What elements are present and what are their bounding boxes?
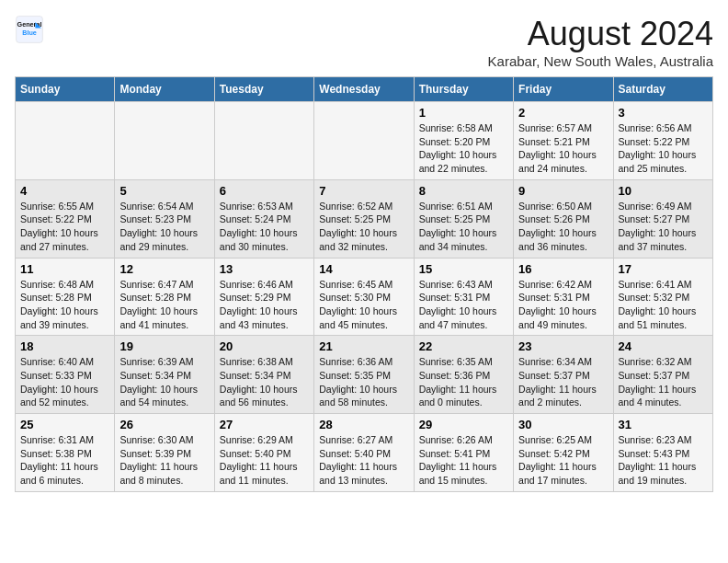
day-number: 31 bbox=[619, 418, 708, 431]
table-row: 13Sunrise: 6:46 AM Sunset: 5:29 PM Dayli… bbox=[214, 258, 313, 336]
calendar-table: SundayMondayTuesdayWednesdayThursdayFrid… bbox=[15, 76, 713, 492]
col-header-friday: Friday bbox=[514, 77, 613, 102]
day-number: 30 bbox=[518, 418, 608, 431]
day-number: 3 bbox=[619, 106, 708, 120]
day-info: Sunrise: 6:26 AM Sunset: 5:41 PM Dayligh… bbox=[419, 433, 508, 488]
day-info: Sunrise: 6:48 AM Sunset: 5:28 PM Dayligh… bbox=[20, 278, 109, 332]
day-info: Sunrise: 6:32 AM Sunset: 5:37 PM Dayligh… bbox=[619, 355, 708, 409]
svg-text:Blue: Blue bbox=[22, 29, 37, 37]
day-number: 4 bbox=[20, 184, 109, 198]
table-row bbox=[314, 102, 414, 180]
table-row: 29Sunrise: 6:26 AM Sunset: 5:41 PM Dayli… bbox=[414, 414, 513, 492]
table-row: 16Sunrise: 6:42 AM Sunset: 5:31 PM Dayli… bbox=[514, 258, 613, 336]
day-number: 6 bbox=[220, 184, 309, 198]
table-row: 23Sunrise: 6:34 AM Sunset: 5:37 PM Dayli… bbox=[514, 336, 613, 414]
title-block: August 2024 Karabar, New South Wales, Au… bbox=[488, 15, 713, 69]
day-number: 5 bbox=[119, 184, 209, 198]
table-row: 4Sunrise: 6:55 AM Sunset: 5:22 PM Daylig… bbox=[16, 179, 115, 258]
day-info: Sunrise: 6:55 AM Sunset: 5:22 PM Dayligh… bbox=[20, 200, 109, 254]
table-row: 15Sunrise: 6:43 AM Sunset: 5:31 PM Dayli… bbox=[414, 258, 513, 336]
table-row: 10Sunrise: 6:49 AM Sunset: 5:27 PM Dayli… bbox=[613, 179, 712, 258]
day-number: 2 bbox=[518, 106, 608, 120]
table-row: 7Sunrise: 6:52 AM Sunset: 5:25 PM Daylig… bbox=[314, 179, 414, 258]
day-info: Sunrise: 6:34 AM Sunset: 5:37 PM Dayligh… bbox=[518, 355, 608, 409]
table-row: 19Sunrise: 6:39 AM Sunset: 5:34 PM Dayli… bbox=[115, 336, 214, 414]
day-number: 11 bbox=[20, 262, 109, 276]
day-number: 18 bbox=[20, 339, 109, 353]
col-header-thursday: Thursday bbox=[414, 77, 513, 102]
table-row: 2Sunrise: 6:57 AM Sunset: 5:21 PM Daylig… bbox=[514, 102, 613, 180]
day-number: 28 bbox=[319, 418, 408, 431]
day-info: Sunrise: 6:43 AM Sunset: 5:31 PM Dayligh… bbox=[419, 278, 508, 332]
day-info: Sunrise: 6:30 AM Sunset: 5:39 PM Dayligh… bbox=[119, 433, 209, 488]
day-info: Sunrise: 6:57 AM Sunset: 5:21 PM Dayligh… bbox=[518, 121, 608, 176]
day-number: 27 bbox=[220, 418, 309, 431]
logo: General Blue bbox=[15, 15, 44, 44]
day-info: Sunrise: 6:40 AM Sunset: 5:33 PM Dayligh… bbox=[20, 355, 109, 409]
day-info: Sunrise: 6:56 AM Sunset: 5:22 PM Dayligh… bbox=[619, 121, 708, 176]
col-header-monday: Monday bbox=[115, 77, 214, 102]
day-number: 24 bbox=[619, 339, 708, 353]
day-info: Sunrise: 6:54 AM Sunset: 5:23 PM Dayligh… bbox=[119, 200, 209, 254]
table-row: 22Sunrise: 6:35 AM Sunset: 5:36 PM Dayli… bbox=[414, 336, 513, 414]
table-row: 14Sunrise: 6:45 AM Sunset: 5:30 PM Dayli… bbox=[314, 258, 414, 336]
day-number: 15 bbox=[419, 262, 508, 276]
table-row: 30Sunrise: 6:25 AM Sunset: 5:42 PM Dayli… bbox=[514, 414, 613, 492]
day-info: Sunrise: 6:29 AM Sunset: 5:40 PM Dayligh… bbox=[220, 433, 309, 488]
day-info: Sunrise: 6:38 AM Sunset: 5:34 PM Dayligh… bbox=[220, 355, 309, 409]
day-number: 8 bbox=[419, 184, 508, 198]
table-row: 5Sunrise: 6:54 AM Sunset: 5:23 PM Daylig… bbox=[115, 179, 214, 258]
day-number: 10 bbox=[619, 184, 708, 198]
week-row-2: 4Sunrise: 6:55 AM Sunset: 5:22 PM Daylig… bbox=[16, 179, 713, 258]
table-row: 9Sunrise: 6:50 AM Sunset: 5:26 PM Daylig… bbox=[514, 179, 613, 258]
table-row: 24Sunrise: 6:32 AM Sunset: 5:37 PM Dayli… bbox=[613, 336, 712, 414]
day-number: 19 bbox=[119, 339, 209, 353]
day-info: Sunrise: 6:53 AM Sunset: 5:24 PM Dayligh… bbox=[220, 200, 309, 254]
day-number: 16 bbox=[518, 262, 608, 276]
day-number: 29 bbox=[419, 418, 508, 431]
day-info: Sunrise: 6:39 AM Sunset: 5:34 PM Dayligh… bbox=[119, 355, 209, 409]
day-number: 20 bbox=[220, 339, 309, 353]
main-title: August 2024 bbox=[488, 15, 713, 53]
week-row-4: 18Sunrise: 6:40 AM Sunset: 5:33 PM Dayli… bbox=[16, 336, 713, 414]
table-row: 31Sunrise: 6:23 AM Sunset: 5:43 PM Dayli… bbox=[613, 414, 712, 492]
day-number: 23 bbox=[518, 339, 608, 353]
col-header-wednesday: Wednesday bbox=[314, 77, 414, 102]
day-number: 17 bbox=[619, 262, 708, 276]
day-number: 26 bbox=[119, 418, 209, 431]
week-row-1: 1Sunrise: 6:58 AM Sunset: 5:20 PM Daylig… bbox=[16, 102, 713, 180]
table-row: 25Sunrise: 6:31 AM Sunset: 5:38 PM Dayli… bbox=[16, 414, 115, 492]
day-number: 25 bbox=[20, 418, 109, 431]
table-row: 18Sunrise: 6:40 AM Sunset: 5:33 PM Dayli… bbox=[16, 336, 115, 414]
table-row: 28Sunrise: 6:27 AM Sunset: 5:40 PM Dayli… bbox=[314, 414, 414, 492]
day-info: Sunrise: 6:27 AM Sunset: 5:40 PM Dayligh… bbox=[319, 433, 408, 488]
day-number: 14 bbox=[319, 262, 408, 276]
col-header-saturday: Saturday bbox=[613, 77, 712, 102]
table-row bbox=[214, 102, 313, 180]
table-row: 27Sunrise: 6:29 AM Sunset: 5:40 PM Dayli… bbox=[214, 414, 313, 492]
col-header-tuesday: Tuesday bbox=[214, 77, 313, 102]
day-info: Sunrise: 6:47 AM Sunset: 5:28 PM Dayligh… bbox=[119, 278, 209, 332]
header-row: SundayMondayTuesdayWednesdayThursdayFrid… bbox=[16, 77, 713, 102]
table-row: 3Sunrise: 6:56 AM Sunset: 5:22 PM Daylig… bbox=[613, 102, 712, 180]
day-info: Sunrise: 6:42 AM Sunset: 5:31 PM Dayligh… bbox=[518, 278, 608, 332]
table-row: 17Sunrise: 6:41 AM Sunset: 5:32 PM Dayli… bbox=[613, 258, 712, 336]
week-row-5: 25Sunrise: 6:31 AM Sunset: 5:38 PM Dayli… bbox=[16, 414, 713, 492]
day-info: Sunrise: 6:52 AM Sunset: 5:25 PM Dayligh… bbox=[319, 200, 408, 254]
day-number: 12 bbox=[119, 262, 209, 276]
table-row: 21Sunrise: 6:36 AM Sunset: 5:35 PM Dayli… bbox=[314, 336, 414, 414]
col-header-sunday: Sunday bbox=[16, 77, 115, 102]
day-info: Sunrise: 6:51 AM Sunset: 5:25 PM Dayligh… bbox=[419, 200, 508, 254]
day-info: Sunrise: 6:49 AM Sunset: 5:27 PM Dayligh… bbox=[619, 200, 708, 254]
table-row: 12Sunrise: 6:47 AM Sunset: 5:28 PM Dayli… bbox=[115, 258, 214, 336]
day-number: 1 bbox=[419, 106, 508, 120]
table-row: 8Sunrise: 6:51 AM Sunset: 5:25 PM Daylig… bbox=[414, 179, 513, 258]
day-info: Sunrise: 6:25 AM Sunset: 5:42 PM Dayligh… bbox=[518, 433, 608, 488]
page-header: General Blue August 2024 Karabar, New So… bbox=[15, 15, 713, 69]
day-number: 13 bbox=[220, 262, 309, 276]
day-info: Sunrise: 6:31 AM Sunset: 5:38 PM Dayligh… bbox=[20, 433, 109, 488]
day-info: Sunrise: 6:46 AM Sunset: 5:29 PM Dayligh… bbox=[220, 278, 309, 332]
day-info: Sunrise: 6:23 AM Sunset: 5:43 PM Dayligh… bbox=[619, 433, 708, 488]
table-row bbox=[16, 102, 115, 180]
day-info: Sunrise: 6:41 AM Sunset: 5:32 PM Dayligh… bbox=[619, 278, 708, 332]
